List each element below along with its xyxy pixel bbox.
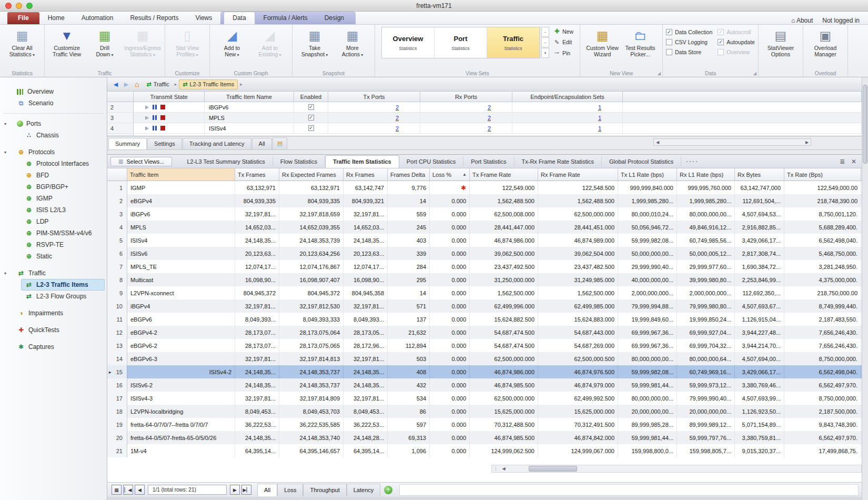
- pause-icon[interactable]: [153, 126, 157, 131]
- view-set-traffic-button[interactable]: TrafficStatistics: [487, 27, 540, 58]
- traffic-item-row[interactable]: 4ISISv4✓221: [107, 123, 862, 134]
- sub-tab-scrollbar[interactable]: ◀ ▶: [653, 138, 811, 146]
- csv-logging-checkbox[interactable]: CSV Logging: [666, 39, 712, 45]
- table-row[interactable]: 13eBGPv6-228,173,07...28,173,075,06528,1…: [107, 339, 862, 352]
- new-view-button[interactable]: ✚New: [553, 28, 573, 35]
- column-header-tx-frames[interactable]: Tx Frames: [235, 168, 279, 181]
- statviewer-options-button[interactable]: ▤ StatViewer Options: [762, 27, 800, 57]
- sidebar-item-ports[interactable]: ▾Ports: [0, 118, 107, 129]
- add-to-new-button[interactable]: ◢ Add to New: [213, 27, 251, 57]
- sub-tab-tracking-and-latency[interactable]: Tracking and Latency: [183, 138, 251, 149]
- next-page-button[interactable]: ▶: [230, 485, 240, 495]
- tab-formula-alerts[interactable]: Formula / Alerts: [255, 12, 316, 24]
- sidebar-item-isis-l2-l3[interactable]: ⊕ISIS L2/L3: [0, 204, 107, 216]
- table-row[interactable]: 19fretta-64-0/7/0/7--fretta 0/7/0/736,22…: [107, 418, 862, 431]
- last-page-button[interactable]: ▶▏: [241, 485, 251, 495]
- play-icon[interactable]: [145, 116, 149, 120]
- sub-tab-settings[interactable]: Settings: [147, 138, 182, 149]
- overload-manager-button[interactable]: ▣ Overload Manager: [806, 27, 844, 57]
- table-row[interactable]: 9L2VPN-xconnect804,945,372804,945,372804…: [107, 286, 862, 299]
- autoupdate-checkbox[interactable]: ✓Autoupdate: [718, 39, 755, 45]
- vertical-scrollbar[interactable]: [862, 77, 868, 500]
- rx-ports-link[interactable]: 2: [488, 115, 491, 121]
- table-row[interactable]: 2eBGPv4804,939,335804,939,335804,939,321…: [107, 194, 862, 207]
- pause-icon[interactable]: [153, 105, 157, 109]
- tab-automation[interactable]: Automation: [73, 12, 122, 24]
- tree-caret-icon[interactable]: ▾: [4, 122, 11, 126]
- table-row[interactable]: 211M-v464,395,14...64,395,146,65764,395,…: [107, 444, 862, 457]
- tab-home[interactable]: Home: [39, 12, 73, 24]
- sidebar-item-pim-sm-ssm-v4-v6[interactable]: ⊕PIM-SM/SSM-v4/v6: [0, 227, 107, 239]
- column-header-row-number[interactable]: [107, 92, 134, 102]
- data-store-checkbox[interactable]: Data Store: [666, 49, 712, 55]
- column-header-tx-ports[interactable]: Tx Ports: [328, 92, 420, 102]
- view-set-overview-button[interactable]: OverviewStatistics: [382, 27, 435, 58]
- view-tab-traffic-item-statistics[interactable]: Traffic Item Statistics: [325, 155, 399, 168]
- stat-table-hscrollbar[interactable]: ⁞ ◀: [491, 465, 862, 473]
- table-row[interactable]: 4MPLS14,652,03...14,652,039,35514,652,03…: [107, 221, 862, 234]
- test-results-picker-button[interactable]: 🗀 Test Results Picker...: [621, 27, 659, 57]
- table-row[interactable]: 8Multicast16,098,90...16,098,907,40716,0…: [107, 273, 862, 286]
- tab-views[interactable]: Views: [187, 12, 220, 24]
- view-set-dropdown[interactable]: ▾: [541, 48, 549, 58]
- traffic-item-row[interactable]: 3MPLS✓221: [107, 113, 862, 123]
- table-row[interactable]: 7MPLS_TE12,074,17...12,074,176,86712,074…: [107, 260, 862, 273]
- sidebar-item-captures[interactable]: ✱Captures: [0, 341, 107, 353]
- home-icon[interactable]: ⌂: [135, 80, 139, 88]
- pin-view-button[interactable]: ⊸Pin: [553, 49, 573, 56]
- rx-ports-link[interactable]: 2: [488, 125, 491, 132]
- new-view-dialog-launcher[interactable]: ◢: [658, 71, 661, 76]
- select-views-button[interactable]: ▥ Select Views...: [110, 157, 172, 166]
- close-view-icon[interactable]: ✕: [851, 158, 856, 165]
- custom-view-wizard-button[interactable]: ▦ Custom View Wizard: [583, 27, 621, 57]
- enabled-checkbox[interactable]: ✓: [308, 104, 314, 110]
- tx-ports-link[interactable]: 2: [396, 125, 399, 132]
- scroll-left-icon[interactable]: ◀: [654, 139, 661, 145]
- hscroll-thumb[interactable]: [529, 466, 577, 472]
- stop-icon[interactable]: [160, 115, 165, 120]
- sidebar-item-scenario[interactable]: ⧉Scenario: [0, 97, 107, 109]
- table-row[interactable]: 3iBGPv632,197,81...32,197,818,65932,197,…: [107, 207, 862, 221]
- prev-page-button[interactable]: ◀: [135, 485, 145, 495]
- view-tab-flow-statistics[interactable]: Flow Statistics: [273, 156, 325, 167]
- view-set-scroll-down[interactable]: –: [541, 37, 549, 47]
- vscroll-thumb[interactable]: [863, 85, 867, 164]
- enabled-checkbox[interactable]: ✓: [308, 115, 314, 121]
- tree-caret-icon[interactable]: ▾: [4, 150, 11, 155]
- sidebar-item-impairments[interactable]: ◑Impairments: [0, 307, 107, 319]
- endpoint-sets-link[interactable]: 1: [598, 125, 601, 132]
- edit-view-button[interactable]: ✎Edit: [553, 39, 573, 46]
- column-header-rx-frame-rate[interactable]: Rx Frame Rate: [538, 168, 618, 181]
- table-row[interactable]: 6ISISv620,123,63...20,123,634,25620,123,…: [107, 247, 862, 260]
- nav-forward-icon[interactable]: ▶: [122, 81, 130, 88]
- sidebar-item-chassis[interactable]: ∴Chassis: [0, 129, 107, 141]
- column-header-loss[interactable]: Loss %▲: [430, 168, 470, 181]
- sub-tab-summary[interactable]: Summary: [108, 138, 147, 149]
- sidebar-item-bgp-bgp[interactable]: ⊕BGP/BGP+: [0, 181, 107, 193]
- column-header-tx-rate-bps[interactable]: Tx Rate (Bps): [784, 168, 861, 181]
- rx-ports-link[interactable]: 2: [488, 104, 491, 111]
- column-header-row-number[interactable]: [107, 168, 127, 181]
- data-collection-checkbox[interactable]: ✓Data Collection: [666, 29, 712, 35]
- table-row[interactable]: 11eBGPv68,049,393...8,049,393,3338,049,3…: [107, 313, 862, 326]
- add-filter-icon[interactable]: +: [384, 486, 392, 494]
- tab-file[interactable]: File: [7, 12, 39, 24]
- sub-tab-all[interactable]: All: [252, 138, 272, 149]
- traffic-item-row[interactable]: 2iBGPv6✓221: [107, 102, 862, 113]
- breadcrumb-traffic[interactable]: ⇄ Traffic: [143, 80, 172, 89]
- sidebar-item-ldp[interactable]: ⊕LDP: [0, 216, 107, 227]
- grid-menu-icon[interactable]: ≣: [840, 158, 845, 165]
- tree-caret-icon[interactable]: ▾: [4, 271, 11, 276]
- data-dialog-launcher[interactable]: ◢: [753, 71, 756, 76]
- endpoint-sets-link[interactable]: 1: [598, 115, 601, 121]
- endpoint-sets-link[interactable]: 1: [598, 104, 601, 111]
- more-actions-button[interactable]: ▦ More Actions: [334, 27, 371, 57]
- scroll-left-icon[interactable]: ◀: [500, 466, 508, 471]
- first-page-button[interactable]: ▏◀: [123, 485, 133, 495]
- breadcrumb-l23-traffic-items[interactable]: ⇄ L2-3 Traffic Items: [179, 79, 238, 89]
- autoscroll-checkbox[interactable]: ✓Autoscroll: [718, 29, 755, 35]
- ingress-egress-statistics-button[interactable]: ▦ Ingress/Egress Statistics: [124, 27, 162, 57]
- table-row[interactable]: 20fretta-64-0/5/07-fretta-65-0/5/0/2624,…: [107, 431, 862, 444]
- filter-tab-loss[interactable]: Loss: [277, 484, 303, 496]
- about-link[interactable]: ⌂ About: [791, 17, 813, 24]
